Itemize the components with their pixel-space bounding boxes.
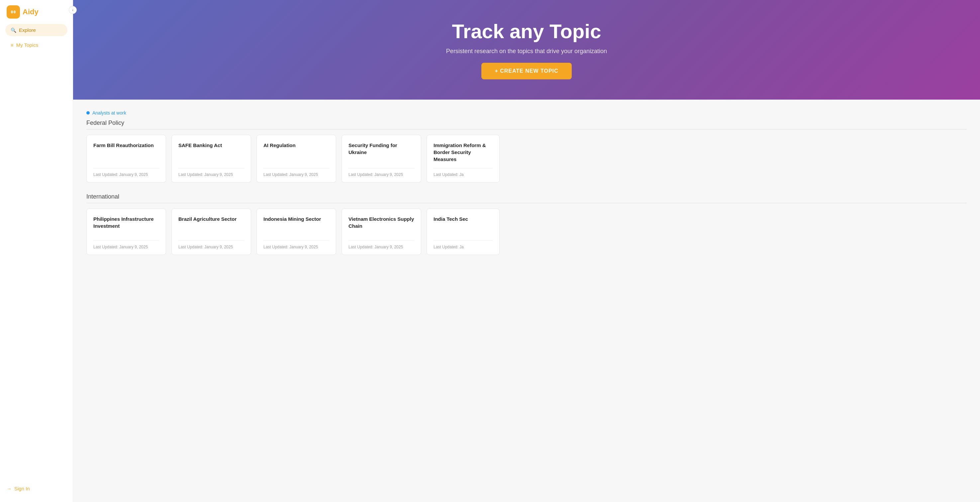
main-content: Track any Topic Persistent research on t…	[73, 0, 980, 502]
topic-card[interactable]: Immigration Reform & Border Security Mea…	[426, 135, 500, 183]
hero-subtitle: Persistent research on the topics that d…	[446, 48, 607, 55]
card-updated: Last Updated: Ja	[434, 240, 493, 249]
section-title-1: International	[86, 193, 967, 200]
topic-card[interactable]: Brazil Agriculture SectorLast Updated: J…	[172, 208, 251, 255]
card-updated: Last Updated: January 9, 2025	[93, 168, 159, 177]
card-title: Vietnam Electronics Supply Chain	[348, 216, 414, 235]
card-title: AI Regulation	[263, 142, 329, 163]
sidebar: ‹ Aidy 🔍 Explore ≡ My Topics → Sign In	[0, 0, 73, 502]
card-title: Philippines Infrastructure Investment	[93, 216, 159, 235]
sign-in-button[interactable]: → Sign In	[6, 486, 30, 491]
card-title: India Tech Sec	[434, 216, 493, 235]
topic-card[interactable]: India Tech SecLast Updated: Ja	[426, 208, 500, 255]
card-updated: Last Updated: Ja	[434, 168, 493, 177]
topic-card[interactable]: Security Funding for UkraineLast Updated…	[342, 135, 421, 183]
sign-in-icon: →	[6, 486, 12, 491]
section-title-0: Federal Policy	[86, 119, 967, 127]
logo-text: Aidy	[22, 8, 38, 16]
svg-point-4	[14, 12, 15, 13]
analysts-dot	[86, 111, 90, 114]
analysts-badge: Analysts at work	[86, 110, 967, 116]
hero-banner: Track any Topic Persistent research on t…	[73, 0, 980, 100]
card-title: Immigration Reform & Border Security Mea…	[434, 142, 493, 163]
section-divider	[86, 203, 967, 203]
topic-card[interactable]: SAFE Banking ActLast Updated: January 9,…	[172, 135, 251, 183]
cards-row-1: Philippines Infrastructure InvestmentLas…	[86, 208, 967, 255]
my-topics-button[interactable]: ≡ My Topics	[5, 39, 67, 51]
card-updated: Last Updated: January 9, 2025	[93, 240, 159, 249]
card-updated: Last Updated: January 9, 2025	[348, 240, 414, 249]
card-updated: Last Updated: January 9, 2025	[178, 240, 244, 249]
card-title: Farm Bill Reauthorization	[93, 142, 159, 163]
card-title: SAFE Banking Act	[178, 142, 244, 163]
my-topics-label: My Topics	[16, 42, 38, 48]
card-title: Brazil Agriculture Sector	[178, 216, 244, 235]
hero-title: Track any Topic	[452, 21, 601, 43]
create-new-topic-button[interactable]: + CREATE NEW TOPIC	[481, 63, 571, 79]
cards-row-0: Farm Bill ReauthorizationLast Updated: J…	[86, 135, 967, 183]
create-btn-label: + CREATE NEW TOPIC	[495, 68, 558, 74]
topic-card[interactable]: Vietnam Electronics Supply ChainLast Upd…	[342, 208, 421, 255]
card-title: Indonesia Mining Sector	[263, 216, 329, 235]
sign-in-label: Sign In	[14, 486, 30, 491]
topic-card[interactable]: AI RegulationLast Updated: January 9, 20…	[256, 135, 336, 183]
list-icon: ≡	[11, 42, 14, 48]
card-updated: Last Updated: January 9, 2025	[178, 168, 244, 177]
svg-point-3	[12, 12, 13, 13]
card-title: Security Funding for Ukraine	[348, 142, 414, 163]
section-1: InternationalPhilippines Infrastructure …	[86, 193, 967, 255]
card-updated: Last Updated: January 9, 2025	[263, 240, 329, 249]
logo: Aidy	[0, 5, 73, 24]
topic-card[interactable]: Farm Bill ReauthorizationLast Updated: J…	[86, 135, 166, 183]
topic-card[interactable]: Philippines Infrastructure InvestmentLas…	[86, 208, 166, 255]
topics-content: Analysts at work Federal PolicyFarm Bill…	[73, 100, 980, 502]
logo-icon	[6, 5, 20, 19]
topic-card[interactable]: Indonesia Mining SectorLast Updated: Jan…	[256, 208, 336, 255]
sidebar-bottom: → Sign In	[0, 480, 73, 497]
svg-point-0	[9, 8, 18, 16]
card-updated: Last Updated: January 9, 2025	[348, 168, 414, 177]
sidebar-toggle[interactable]: ‹	[69, 6, 77, 14]
explore-button[interactable]: 🔍 Explore	[5, 24, 67, 36]
card-updated: Last Updated: January 9, 2025	[263, 168, 329, 177]
search-icon: 🔍	[11, 27, 16, 33]
analysts-label: Analysts at work	[92, 110, 126, 116]
section-0: Federal PolicyFarm Bill ReauthorizationL…	[86, 119, 967, 183]
explore-label: Explore	[19, 27, 36, 33]
